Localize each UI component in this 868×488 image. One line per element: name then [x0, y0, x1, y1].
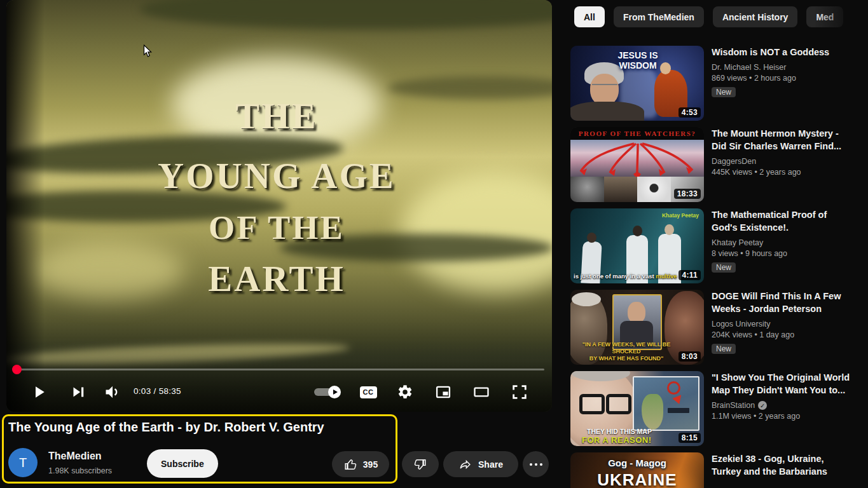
next-icon: [69, 383, 88, 402]
channel-subscribers: 1.98K subscribers: [48, 466, 112, 475]
related-video-row[interactable]: "IN A FEW WEEKS, WE WILL BE SHOCKED BY W…: [570, 290, 868, 365]
mouse-cursor: [143, 44, 153, 60]
related-video-title[interactable]: The Mathematical Proof of God's Existenc…: [712, 208, 868, 234]
duration-badge: 4:11: [679, 270, 701, 280]
related-video-meta: 8 views • 9 hours ago: [712, 249, 868, 258]
related-videos-list: JESUS IS WISDOM 4:53 Wisdom is NOT a God…: [570, 46, 868, 488]
youtube-watch-page: { "player": { "title_lines": ["THE", "YO…: [0, 0, 868, 488]
play-button[interactable]: [25, 379, 52, 405]
related-video-channel: Dr. Michael S. Heiser: [712, 63, 868, 72]
video-title-card-line: THE: [6, 95, 547, 137]
world-map-panel: [633, 376, 699, 431]
thumbnail-text: Gog - Magog: [570, 458, 704, 468]
video-thumbnail[interactable]: "IN A FEW WEEKS, WE WILL BE SHOCKED BY W…: [570, 290, 704, 365]
theater-mode-button[interactable]: [468, 379, 495, 405]
thumbnail-text: THEY HID THIS MAP: [587, 428, 652, 435]
theater-icon: [472, 383, 490, 401]
thumbnail-text: PROOF OF THE WATCHERS?: [579, 130, 696, 137]
share-icon: [458, 458, 472, 471]
next-button[interactable]: [65, 379, 92, 405]
filter-chips: All From TheMedien Ancient History Med: [574, 6, 843, 27]
more-actions-button[interactable]: [523, 451, 549, 477]
gear-icon: [397, 384, 413, 400]
player-controls: 0:03 / 58:35 CC: [6, 379, 552, 405]
settings-button[interactable]: [392, 379, 418, 405]
video-title-card-line: OF THE: [6, 208, 547, 247]
duration-badge: 4:53: [679, 107, 701, 118]
related-video-channel: Logos University: [712, 320, 868, 329]
chip-ancient-history[interactable]: Ancient History: [713, 6, 797, 27]
thumbnail-caption: is just one of many in a vast multive: [574, 273, 677, 280]
channel-name[interactable]: TheMedien: [48, 451, 102, 462]
related-video-row[interactable]: PROOF OF THE WATCHERS? 18:33 The Mount H…: [570, 127, 868, 202]
toggle-knob: [328, 386, 341, 398]
progress-scrubber[interactable]: [12, 365, 22, 374]
miniplayer-button[interactable]: [430, 379, 457, 405]
subscribe-label: Subscribe: [161, 459, 204, 469]
video-title-card-line: EARTH: [6, 258, 547, 299]
related-video-title[interactable]: "I Show You The Original World Map They …: [712, 371, 868, 396]
video-thumbnail[interactable]: PROOF OF THE WATCHERS? 18:33: [570, 127, 704, 202]
related-video-meta: 445K views • 2 years ago: [712, 168, 868, 177]
thumbnail-text: FOR A REASON!: [582, 435, 652, 445]
verified-badge-icon: ✓: [758, 401, 767, 410]
volume-button[interactable]: [99, 379, 126, 405]
like-button[interactable]: 395: [332, 451, 389, 477]
related-video-title[interactable]: Ezekiel 38 - Gog, Ukraine, Turkey and th…: [712, 452, 868, 478]
avatar-letter: T: [19, 456, 27, 470]
thumbs-up-icon: [343, 458, 357, 471]
progress-bar[interactable]: [17, 369, 544, 370]
share-button[interactable]: Share: [443, 451, 518, 477]
dislike-button[interactable]: [402, 451, 439, 477]
south-america-shape: [642, 394, 663, 430]
video-player[interactable]: THE YOUNG AGE OF THE EARTH 0:03 / 58:35 …: [6, 0, 552, 412]
video-thumbnail[interactable]: Gog - Magog UKRAINE: [570, 452, 704, 488]
related-video-channel: BrainStation ✓: [712, 401, 868, 410]
thumbnail-brand: Khatay Peetay: [662, 212, 699, 219]
thumbnail-text: "IN A FEW WEEKS, WE WILL BE SHOCKED BY W…: [570, 341, 682, 362]
share-label: Share: [478, 459, 503, 470]
new-badge: New: [712, 344, 736, 354]
more-dots-icon: [530, 463, 532, 466]
related-video-meta: 1.1M views • 2 years ago: [712, 412, 868, 421]
subtitles-button[interactable]: CC: [355, 379, 382, 405]
fullscreen-icon: [511, 383, 528, 401]
video-title-card-line: YOUNG AGE: [6, 155, 547, 196]
related-video-channel: DaggersDen: [712, 157, 868, 166]
play-icon: [29, 383, 48, 402]
video-thumbnail[interactable]: THEY HID THIS MAP FOR A REASON! 8:15: [570, 371, 704, 446]
duration-badge: 18:33: [674, 189, 701, 199]
time-display: 0:03 / 58:35: [134, 386, 181, 396]
like-count: 395: [363, 459, 378, 470]
related-video-meta: 204K views • 1 day ago: [712, 330, 868, 339]
thumbs-down-icon: [413, 458, 427, 471]
thumbnail-text: UKRAINE: [570, 470, 704, 488]
new-badge: New: [712, 262, 736, 273]
chip-from-channel[interactable]: From TheMedien: [614, 6, 704, 27]
chip-truncated[interactable]: Med: [806, 6, 843, 27]
play-glyph: [333, 390, 338, 395]
fullscreen-button[interactable]: [506, 379, 533, 405]
autoplay-toggle[interactable]: [314, 386, 343, 398]
video-thumbnail[interactable]: JESUS IS WISDOM 4:53: [570, 46, 704, 121]
cc-icon: CC: [360, 386, 377, 398]
subscribe-button[interactable]: Subscribe: [147, 449, 218, 478]
duration-badge: 8:15: [679, 433, 701, 443]
video-thumbnail[interactable]: Khatay Peetay is just one of many in a v…: [570, 208, 704, 283]
related-video-meta: 869 views • 2 hours ago: [712, 74, 868, 83]
related-video-row[interactable]: THEY HID THIS MAP FOR A REASON! 8:15 "I …: [570, 371, 868, 446]
channel-avatar[interactable]: T: [8, 448, 38, 477]
duration-badge: 8:03: [679, 351, 701, 362]
related-video-title[interactable]: DOGE Will Find This In A Few Weeks - Jor…: [712, 290, 868, 315]
red-arrows: [570, 139, 704, 177]
miniplayer-icon: [434, 383, 452, 401]
related-video-title[interactable]: Wisdom is NOT a Goddess: [712, 46, 868, 58]
related-video-title[interactable]: The Mount Hermon Mystery - Did Sir Charl…: [712, 127, 868, 152]
watch-video-title: The Young Age of the Earth - by Dr. Robe…: [8, 420, 390, 435]
related-video-row[interactable]: Khatay Peetay is just one of many in a v…: [570, 208, 868, 283]
related-video-channel: Khatay Peetay: [712, 238, 868, 247]
related-video-row[interactable]: JESUS IS WISDOM 4:53 Wisdom is NOT a God…: [570, 46, 868, 121]
chip-all[interactable]: All: [574, 6, 605, 27]
new-badge: New: [712, 87, 736, 97]
related-video-row[interactable]: Gog - Magog UKRAINE Ezekiel 38 - Gog, Uk…: [570, 452, 868, 488]
